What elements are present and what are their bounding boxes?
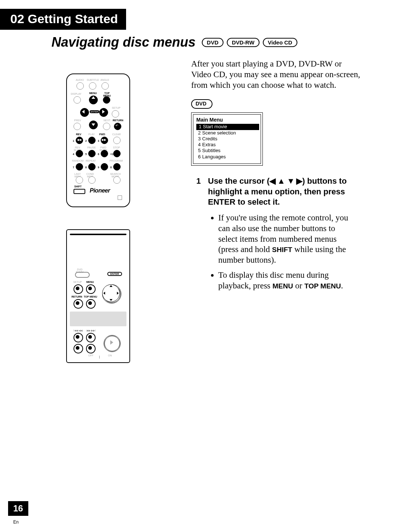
step-bullet-1: If you're using the remote control, you … [218, 213, 355, 266]
step-1: 1 Use the cursor (◀ ▲ ▼ ▶) buttons to hi… [191, 176, 360, 296]
osd-title: Main Menu [196, 117, 258, 123]
enter-pill: ENTER [90, 110, 99, 113]
cursor-arrows-icons: ◀ ▲ ▼ ▶ [269, 176, 302, 186]
step-number: 1 [191, 176, 206, 186]
badge-dvd-rw: DVD-RW [227, 38, 260, 47]
page-language: En [13, 520, 19, 525]
badge-video-cd: Video CD [263, 38, 297, 47]
enter-pill-2: ENTER [107, 272, 122, 276]
intro-paragraph: After you start playing a DVD, DVD-RW or… [191, 59, 360, 90]
remote-handheld: AUDIO SUBTITLE ANGLE DISPLAY MENU TOP ME… [66, 73, 130, 207]
section-heading: Navigating disc menus DVD DVD-RW Video C… [51, 35, 375, 50]
step-bullet-2: To display this disc menu during playbac… [218, 270, 355, 291]
dvd-main-menu-osd: Main Menu 1Start movie 2Scene selection … [191, 112, 263, 166]
illustration-column: AUDIO SUBTITLE ANGLE DISPLAY MENU TOP ME… [66, 73, 147, 363]
section-title: Navigating disc menus [51, 35, 196, 50]
chapter-banner: 02 Getting Started [0, 9, 126, 30]
inline-badge-dvd: DVD [191, 99, 212, 109]
badge-dvd: DVD [202, 38, 224, 47]
brand-logo: Pioneer [90, 187, 110, 194]
page-number: 16 [8, 501, 28, 516]
step-heading: Use the cursor (◀ ▲ ▼ ▶) buttons to high… [208, 176, 347, 207]
body-column: After you start playing a DVD, DVD-RW or… [191, 59, 360, 295]
remote-front-panel: DVD D.NAV ENTER SETUP MENU RETURN TOP ME… [66, 229, 130, 363]
